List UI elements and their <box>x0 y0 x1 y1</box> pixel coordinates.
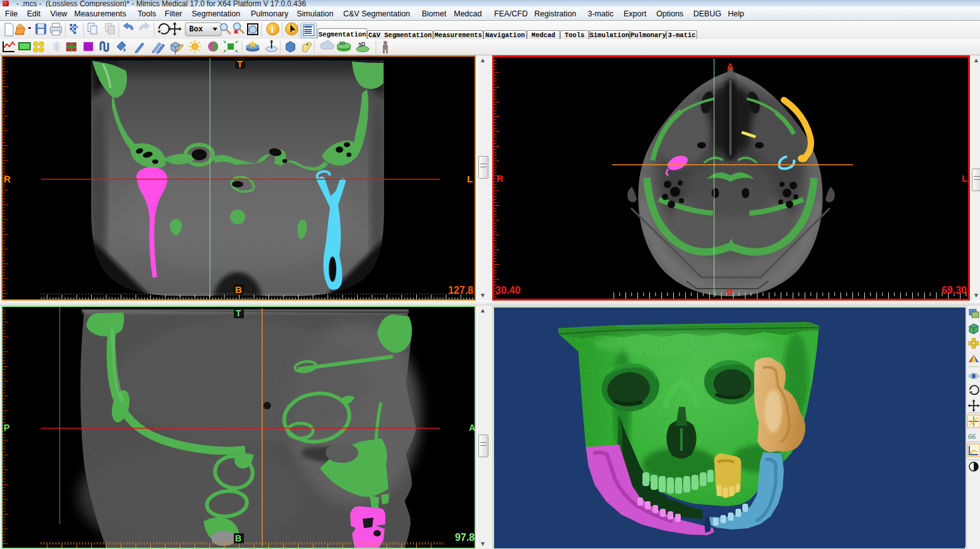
svg-text:30.40: 30.40 <box>495 285 520 296</box>
svg-text:L: L <box>467 174 473 184</box>
svg-text:A: A <box>469 423 475 433</box>
svg-text:127.8: 127.8 <box>448 285 473 296</box>
svg-text:P: P <box>4 423 9 433</box>
svg-text:69.30: 69.30 <box>942 285 967 296</box>
svg-text:66: 66 <box>968 432 976 441</box>
svg-text:L: L <box>962 173 967 184</box>
svg-text:3D: 3D <box>339 40 345 46</box>
svg-text:i: i <box>271 25 273 35</box>
svg-text:R: R <box>497 173 504 184</box>
svg-text:B: B <box>235 284 242 295</box>
svg-text:T: T <box>237 58 243 69</box>
svg-text:P: P <box>727 287 733 298</box>
svg-text:T: T <box>236 308 241 318</box>
svg-text:B: B <box>235 533 241 543</box>
svg-text:97.8: 97.8 <box>455 532 475 543</box>
svg-text:R: R <box>4 174 11 184</box>
svg-text:A: A <box>727 61 734 72</box>
svg-text:Box: Box <box>189 25 203 34</box>
